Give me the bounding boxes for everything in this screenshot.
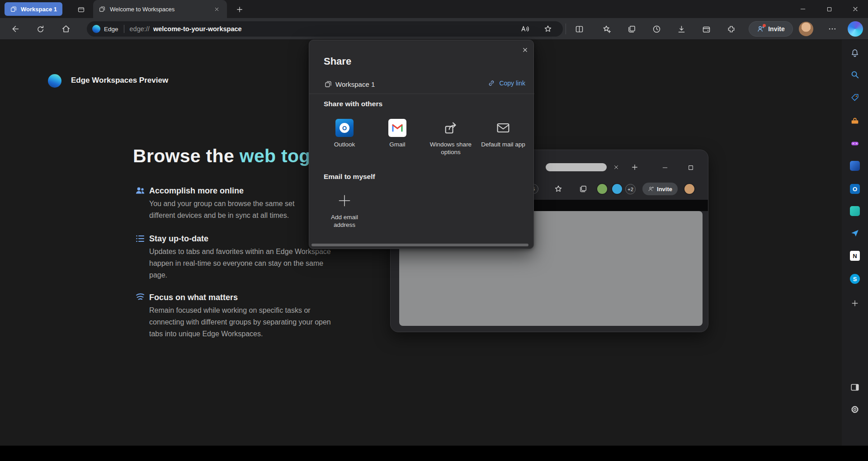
wallet-button[interactable] [698,21,714,37]
tab-welcome-to-workspaces[interactable]: Welcome to Workspaces [93,0,227,18]
mockup-invite-button: Invite [642,183,678,195]
workspace-icon [10,5,17,13]
invite-notification-dot [763,24,766,27]
feature-body-focus: Remain focused while working on specific… [149,305,331,340]
favorite-star-button[interactable] [541,22,555,36]
shopping-tag-icon[interactable] [848,90,862,105]
drop-icon[interactable] [848,226,862,240]
favorites-button[interactable] [599,21,615,37]
copilot-button[interactable] [848,21,863,37]
favorites-icon [602,24,612,34]
copy-link-label: Copy link [499,80,525,87]
mockup-avatar-green [596,183,608,195]
mockup-avatar-tan [684,183,695,195]
dialog-horizontal-scrollbar[interactable] [311,244,528,246]
feature-title-stay-up-to-date: Stay up-to-date [149,234,208,244]
skype-icon[interactable]: S [848,272,862,286]
outlook-icon[interactable]: O [848,182,862,196]
mockup-tab-close-icon [613,164,619,170]
extensions-puzzle-icon [726,24,736,34]
collections-icon [627,24,637,34]
invite-button[interactable]: Invite [749,21,793,37]
share-dialog: Share Workspace 1 Copy link Share with o… [309,40,534,249]
back-button[interactable] [7,21,23,37]
add-email-button[interactable]: Add email address [320,193,369,229]
star-icon [543,24,552,33]
toolbar-divider [566,24,566,34]
mockup-minimize-icon [661,164,669,171]
notion-icon[interactable]: N [848,249,862,263]
collections-button[interactable] [623,21,640,37]
close-icon [214,6,220,12]
settings-menu-button[interactable] [824,21,840,37]
dialog-close-button[interactable] [518,43,532,56]
copy-link-button[interactable]: Copy link [487,79,525,87]
sidebar-panel-toggle-icon[interactable] [848,380,862,395]
window-maximize-button[interactable] [816,0,842,18]
window-close-button[interactable] [843,0,868,18]
split-screen-button[interactable] [571,21,587,37]
address-bar[interactable]: Edge edge://welcome-to-your-workspace [87,21,563,37]
invite-label: Invite [768,25,785,33]
home-button[interactable] [58,21,74,37]
link-icon [487,79,495,87]
invite-person-icon [757,25,765,33]
people-icon [135,185,146,196]
plus-icon [236,5,244,14]
section-email-to-myself: Email to myself [324,173,375,181]
tab-close-button[interactable] [212,4,222,14]
url-scheme: edge:// [130,25,150,33]
feature-body-accomplish: You and your group can browse the same s… [149,198,294,221]
mockup-tab-pill [546,163,607,171]
workspace-button-label: Workspace 1 [21,6,57,13]
page-bottom-strip [0,446,868,461]
tab-actions-menu-button[interactable] [75,4,87,15]
feature-body-stay-up-to-date: Updates to tabs and favorites within an … [149,246,331,281]
share-target-default-mail[interactable]: Default mail app [478,119,528,148]
share-target-windows-share[interactable]: Windows share options [426,119,476,156]
refresh-icon [36,24,45,34]
search-icon[interactable] [848,67,862,82]
read-aloud-icon [520,24,530,34]
read-aloud-button[interactable] [518,22,532,36]
feature-title-focus: Focus on what matters [149,293,238,302]
notifications-bell-icon[interactable] [848,46,862,60]
focus-icon [135,292,146,303]
home-icon [61,24,71,34]
windows-share-icon [442,119,460,137]
add-sidebar-app-icon[interactable] [848,296,862,310]
downloads-button[interactable] [673,21,689,37]
wallet-icon [702,24,711,34]
downloads-icon [677,24,686,34]
mockup-favorites-icon [554,184,563,193]
refresh-button[interactable] [32,21,48,37]
toolbar: Edge edge://welcome-to-your-workspace [0,18,868,40]
microsoft-365-icon[interactable] [848,159,862,173]
dialog-divider [309,94,534,94]
minimize-icon [799,5,807,13]
mockup-new-tab-icon [631,163,639,171]
back-arrow-icon [10,24,20,34]
designer-icon[interactable] [848,204,862,218]
workspace-switcher-button[interactable]: Workspace 1 [5,2,62,16]
extensions-button[interactable] [723,21,739,37]
games-controller-icon[interactable] [848,136,862,151]
edge-workspaces-logo [48,74,61,88]
window-minimize-button[interactable] [790,0,816,18]
maximize-icon [826,6,833,13]
share-target-gmail[interactable]: Gmail [373,119,422,148]
mail-envelope-icon [494,119,512,137]
share-target-outlook[interactable]: O Outlook [320,119,369,148]
history-button[interactable] [648,21,665,37]
close-icon [852,5,859,13]
new-tab-button[interactable] [233,3,246,16]
tab-title: Welcome to Workspaces [110,6,175,13]
edge-logo-icon [92,25,100,33]
settings-gear-icon[interactable] [848,402,862,417]
tools-toolbox-icon[interactable] [848,114,862,128]
url-path: welcome-to-your-workspace [153,25,242,33]
plus-icon [336,193,353,209]
profile-avatar[interactable] [799,22,813,36]
mockup-maximize-icon [687,164,694,171]
mockup-avatar-blue [611,183,623,195]
